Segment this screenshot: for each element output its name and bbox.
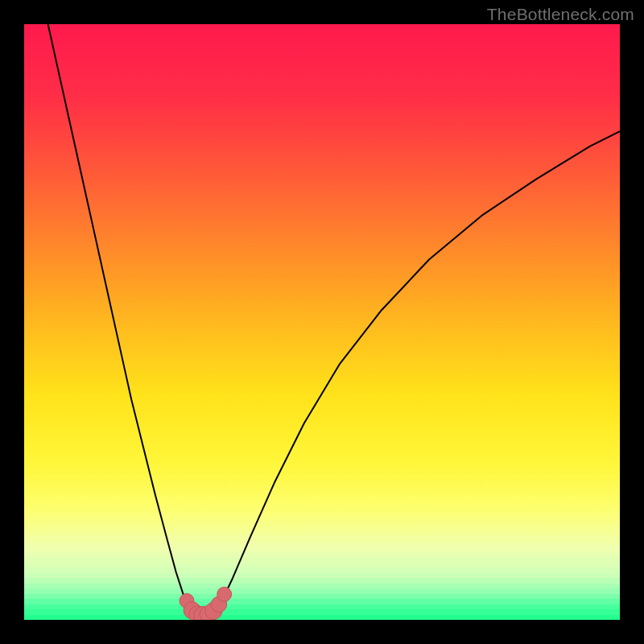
bottleneck-curve [24, 24, 620, 620]
curve-path [48, 24, 620, 616]
valley-marker [217, 587, 232, 601]
chart-frame: TheBottleneck.com [0, 0, 644, 644]
watermark-text: TheBottleneck.com [487, 5, 634, 24]
plot-area [24, 24, 620, 620]
